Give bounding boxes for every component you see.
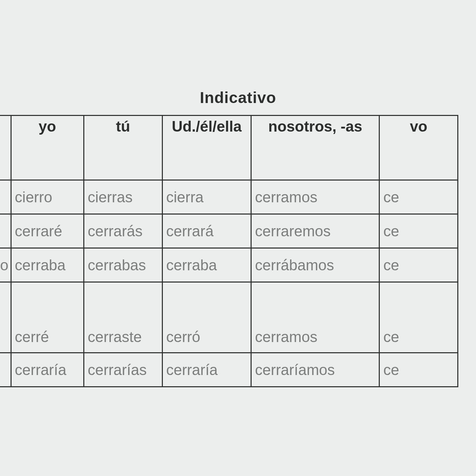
cell: cerrarías <box>84 353 162 387</box>
header-ud: Ud./él/ella <box>162 116 251 180</box>
cell: cerramos <box>251 180 379 214</box>
cell: cierras <box>84 180 162 214</box>
header-vos: vo <box>379 116 458 180</box>
cell: cerré <box>11 282 84 353</box>
cell: ce <box>379 353 458 387</box>
row-label: o <box>0 248 11 282</box>
cell: ce <box>379 214 458 248</box>
cell: cerraré <box>11 214 84 248</box>
header-tu: tú <box>84 116 162 180</box>
table-title: Indicativo <box>0 88 476 107</box>
header-nos: nosotros, -as <box>251 116 379 180</box>
cell: cierra <box>162 180 251 214</box>
table-row: o cerraba cerrabas cerraba cerrábamos ce <box>0 248 458 282</box>
cell: cerraría <box>11 353 84 387</box>
cell: cerrará <box>162 214 251 248</box>
header-row: yo tú Ud./él/ella nosotros, -as vo <box>0 116 458 180</box>
cell: ce <box>379 282 458 353</box>
cell: cierro <box>11 180 84 214</box>
cell: cerraba <box>162 248 251 282</box>
header-rowlabel <box>0 116 11 180</box>
table-row: cerré cerraste cerró cerramos ce <box>0 282 458 353</box>
row-label <box>0 180 11 214</box>
cell: ce <box>379 180 458 214</box>
table-row: cerraré cerrarás cerrará cerraremos ce <box>0 214 458 248</box>
cell: cerró <box>162 282 251 353</box>
table-row: cerraría cerrarías cerraría cerraríamos … <box>0 353 458 387</box>
cell: cerramos <box>251 282 379 353</box>
cell: cerraríamos <box>251 353 379 387</box>
table-row: cierro cierras cierra cerramos ce <box>0 180 458 214</box>
cell: cerrábamos <box>251 248 379 282</box>
conjugation-table: yo tú Ud./él/ella nosotros, -as vo cierr… <box>0 115 458 387</box>
row-label <box>0 214 11 248</box>
row-label <box>0 282 11 353</box>
row-label <box>0 353 11 387</box>
cell: cerraremos <box>251 214 379 248</box>
cell: ce <box>379 248 458 282</box>
cell: cerraba <box>11 248 84 282</box>
cell: cerraría <box>162 353 251 387</box>
cell: cerrabas <box>84 248 162 282</box>
cell: cerraste <box>84 282 162 353</box>
header-yo: yo <box>11 116 84 180</box>
cell: cerrarás <box>84 214 162 248</box>
